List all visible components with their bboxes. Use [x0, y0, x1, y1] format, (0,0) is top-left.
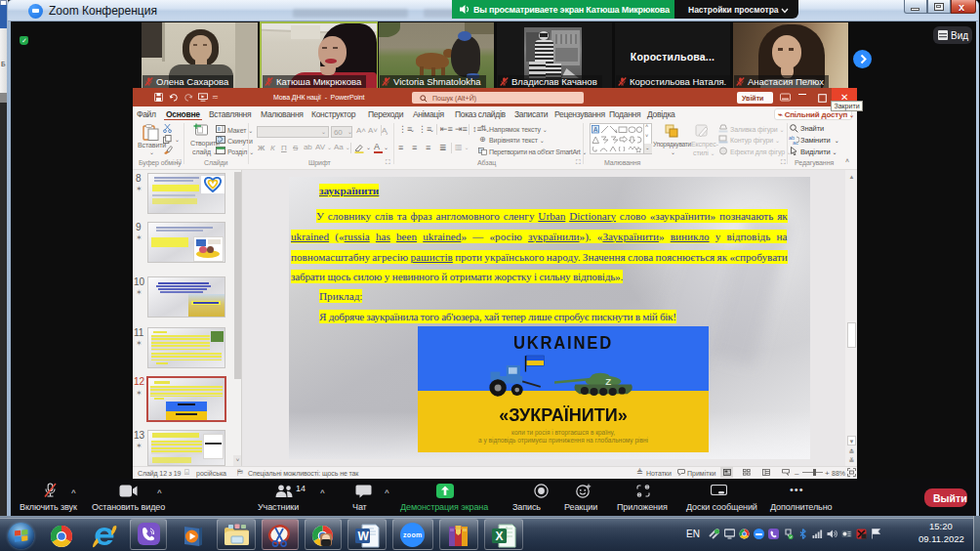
svg-text:A: A	[593, 126, 598, 133]
svg-text:ac: ac	[793, 140, 798, 146]
svg-text:W: W	[358, 530, 370, 543]
svg-text:X: X	[496, 530, 504, 543]
svg-text:Z: Z	[605, 376, 611, 387]
